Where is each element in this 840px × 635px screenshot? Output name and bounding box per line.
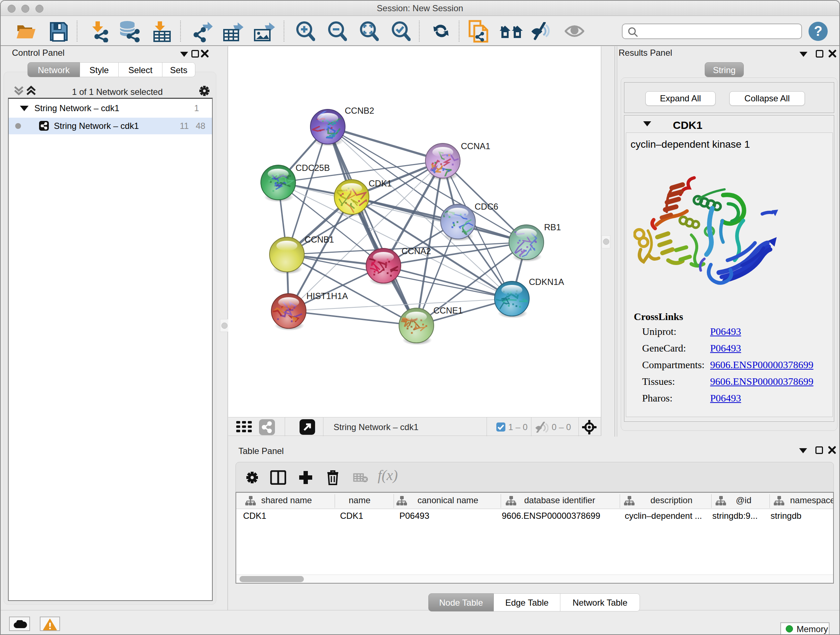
svg-text:CDC6: CDC6 [475,202,498,211]
svg-text:CDK1: CDK1 [369,179,392,188]
svg-text:CCNE1: CCNE1 [433,306,463,315]
svg-text:HIST1H1A: HIST1H1A [306,291,348,301]
svg-text:CDKN1A: CDKN1A [529,277,564,287]
svg-text:CDC25B: CDC25B [295,163,330,173]
svg-text:CCNA2: CCNA2 [401,246,431,256]
svg-text:CCNB1: CCNB1 [305,234,334,244]
svg-text:CCNB2: CCNB2 [345,106,374,116]
svg-text:CCNA1: CCNA1 [461,141,490,151]
svg-text:RB1: RB1 [544,222,561,232]
